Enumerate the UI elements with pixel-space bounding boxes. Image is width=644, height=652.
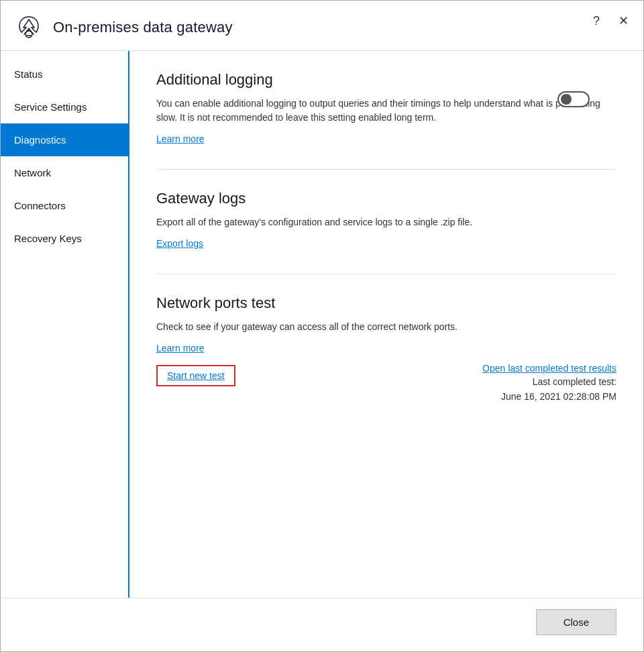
close-button[interactable]: Close	[536, 609, 616, 635]
export-logs-link[interactable]: Export logs	[156, 238, 203, 249]
additional-logging-title: Additional logging	[156, 71, 616, 89]
toggle-knob	[561, 94, 572, 105]
gateway-icon	[14, 13, 44, 42]
title-bar: On-premises data gateway ? ✕	[1, 1, 643, 51]
content-area: Status Service Settings Diagnostics Netw…	[1, 51, 643, 598]
test-results-row: Start new test Open last completed test …	[156, 362, 616, 404]
sidebar: Status Service Settings Diagnostics Netw…	[1, 51, 129, 598]
svg-point-0	[25, 31, 32, 38]
sidebar-item-diagnostics[interactable]: Diagnostics	[1, 123, 128, 156]
results-right: Open last completed test results Last co…	[482, 362, 616, 404]
gateway-logs-desc: Export all of the gateway's configuratio…	[156, 215, 616, 229]
main-content: Additional logging You can enable additi…	[129, 51, 643, 598]
main-window: On-premises data gateway ? ✕ Status Serv…	[0, 0, 644, 652]
toggle-wrapper	[557, 91, 590, 107]
sidebar-item-service-settings[interactable]: Service Settings	[1, 91, 128, 123]
open-results-link[interactable]: Open last completed test results	[482, 363, 616, 374]
last-completed-date: June 16, 2021 02:28:08 PM	[501, 391, 616, 402]
help-button[interactable]: ?	[587, 11, 606, 30]
additional-logging-desc: You can enable additional logging to out…	[156, 97, 616, 125]
sidebar-item-connectors[interactable]: Connectors	[1, 189, 128, 222]
footer: Close	[1, 598, 643, 651]
network-ports-desc: Check to see if your gateway can access …	[156, 320, 616, 334]
divider-1	[156, 169, 616, 170]
start-test-wrapper: Start new test	[156, 362, 235, 386]
divider-2	[156, 274, 616, 274]
sidebar-item-status[interactable]: Status	[1, 58, 128, 91]
sidebar-item-network[interactable]: Network	[1, 156, 128, 189]
last-completed-info: Last completed test: June 16, 2021 02:28…	[482, 374, 616, 404]
network-ports-learn-more[interactable]: Learn more	[156, 343, 205, 354]
gateway-logs-section: Gateway logs Export all of the gateway's…	[156, 190, 616, 250]
gateway-logs-title: Gateway logs	[156, 190, 616, 207]
close-window-button[interactable]: ✕	[614, 11, 633, 30]
last-completed-label: Last completed test:	[533, 376, 616, 387]
start-new-test-button[interactable]: Start new test	[156, 365, 235, 386]
window-controls: ? ✕	[587, 11, 633, 30]
sidebar-item-recovery-keys[interactable]: Recovery Keys	[1, 222, 128, 255]
app-title: On-premises data gateway	[53, 19, 233, 36]
network-ports-section: Network ports test Check to see if your …	[156, 294, 616, 404]
additional-logging-section: Additional logging You can enable additi…	[156, 71, 616, 145]
network-ports-title: Network ports test	[156, 294, 616, 312]
additional-logging-learn-more[interactable]: Learn more	[156, 133, 205, 144]
additional-logging-toggle[interactable]	[557, 91, 590, 107]
